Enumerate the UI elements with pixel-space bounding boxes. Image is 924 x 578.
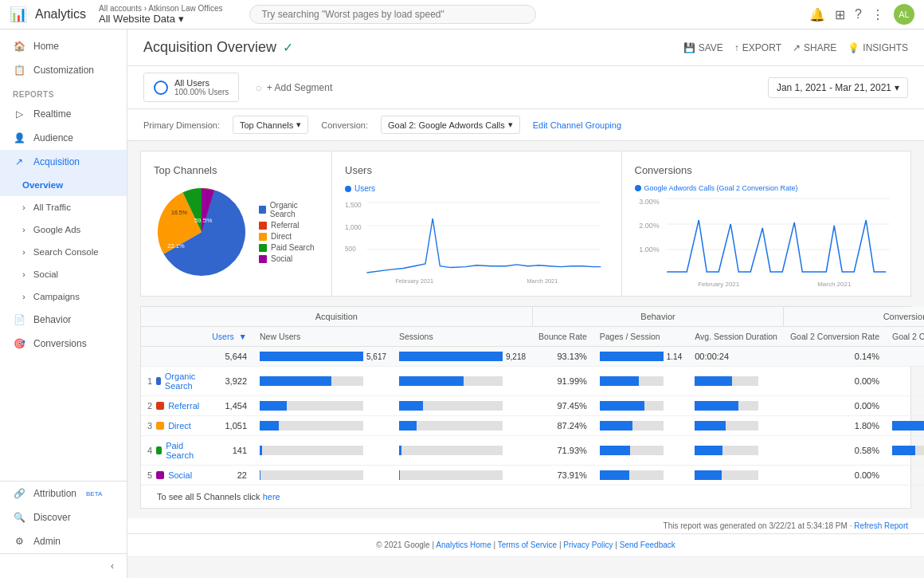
avg-session-cell [688,396,784,416]
sidebar-item-search-console[interactable]: › Search Console [0,241,127,263]
col-sessions[interactable]: Sessions [393,327,532,347]
goal2-rate-cell: 0.00% [784,466,886,486]
sidebar-item-all-traffic[interactable]: › All Traffic [0,196,127,218]
sessions-cell [393,436,532,466]
save-button[interactable]: 💾 SAVE [683,42,723,53]
pages-session-cell [593,396,688,416]
date-range-picker[interactable]: Jan 1, 2021 - Mar 21, 2021 ▾ [768,77,908,98]
beta-badge: BETA [86,490,102,497]
svg-text:March 2021: March 2021 [817,281,852,288]
svg-text:16.5%: 16.5% [171,210,187,215]
sidebar-label-realtime: Realtime [33,108,71,120]
edit-channel-grouping-link[interactable]: Edit Channel Grouping [533,120,621,130]
page-title: Acquisition Overview [143,39,276,56]
channel-link-referral[interactable]: 2 Referral [147,401,199,411]
conversion-select[interactable]: Goal 2: Google Adwords Calls ▾ [381,116,520,134]
property-selector[interactable]: All Website Data ▾ [99,13,225,25]
channel-cell: 2 Referral [141,396,206,416]
sidebar-item-attribution[interactable]: 🔗 Attribution BETA [0,482,127,505]
save-icon: 💾 [683,42,695,53]
sidebar-item-discover[interactable]: 🔍 Discover [0,505,127,529]
sidebar-item-acquisition[interactable]: ↗ Acquisition [0,150,127,174]
total-goal2-completion: 13 [886,347,924,367]
main-layout: 🏠 Home 📋 Customization REPORTS ▷ Realtim… [0,29,924,578]
export-button[interactable]: ↑ EXPORT [734,42,781,53]
avg-session-cell [688,466,784,486]
channel-link-organic-search[interactable]: 1 Organic Search [147,372,199,391]
sessions-cell [393,367,532,396]
audience-icon: 👤 [13,132,25,144]
col-channel[interactable] [141,327,206,347]
avatar[interactable]: AL [894,4,914,25]
sidebar-item-audience[interactable]: 👤 Audience [0,126,127,150]
bell-icon[interactable]: 🔔 [809,7,825,22]
svg-text:22.1%: 22.1% [167,242,185,250]
all-users-segment[interactable]: All Users 100.00% Users [143,73,239,102]
col-avg-session[interactable]: Avg. Session Duration [688,327,784,347]
page-title-area: Acquisition Overview ✓ [143,39,293,56]
sidebar-label-search-console: Search Console [33,247,99,257]
behavior-icon: 📄 [13,314,25,325]
see-all-link[interactable]: here [263,492,280,501]
legend-referral: Referral [259,221,319,230]
goal2-rate-cell: 0.00% [784,367,886,396]
table-row: 1 Organic Search 3,92291.99%0.00% [141,367,924,396]
goal2-completion-cell [886,466,924,486]
sidebar-item-google-ads[interactable]: › Google Ads [0,218,127,241]
help-icon[interactable]: ? [855,7,862,22]
add-segment-button[interactable]: ○ + Add Segment [255,81,332,94]
sidebar-item-behavior[interactable]: 📄 Behavior [0,308,127,332]
primary-dimension-select[interactable]: Top Channels ▾ [233,116,308,134]
all-users-label: All Users [174,78,229,88]
refresh-report-link[interactable]: Refresh Report [854,521,908,530]
analytics-home-link[interactable]: Analytics Home [436,541,491,549]
sidebar-label-admin: Admin [33,536,61,547]
legend-direct: Direct [259,232,319,241]
sidebar-item-admin[interactable]: ⚙ Admin [0,529,127,553]
total-sessions: 9,218 [393,347,532,367]
more-icon[interactable]: ⋮ [871,7,884,22]
col-pages-session[interactable]: Pages / Session [593,327,688,347]
conversions-dot [635,185,641,191]
col-users[interactable]: Users ▼ [206,327,253,347]
users-chart-title: Users [345,164,609,176]
sidebar-item-customization[interactable]: 📋 Customization [0,58,127,82]
channel-link-paid-search[interactable]: 4 Paid Search [147,441,199,460]
total-users: 5,644 [206,347,253,367]
sidebar-item-social[interactable]: › Social [0,263,127,285]
privacy-link[interactable]: Privacy Policy [563,541,613,549]
share-button[interactable]: ↗ SHARE [793,42,836,53]
referral-dot [259,222,267,230]
col-goal2-completion[interactable]: Goal 2 Completion [886,327,924,347]
sidebar-label-acquisition: Acquisition [33,156,80,167]
tos-link[interactable]: Terms of Service [498,541,557,549]
sidebar-label-attribution: Attribution [33,488,76,499]
attribution-icon: 🔗 [13,488,25,499]
sidebar-item-overview[interactable]: Overview [0,174,127,196]
realtime-icon: ▷ [13,108,25,120]
sidebar-collapse-button[interactable]: ‹ [0,553,127,578]
users-cell: 22 [206,466,253,486]
channel-link-social[interactable]: 5 Social [147,470,199,480]
feedback-link[interactable]: Send Feedback [620,541,675,549]
sidebar-item-conversions[interactable]: 🎯 Conversions [0,332,127,356]
col-new-users[interactable]: New Users [253,327,393,347]
channel-link-direct[interactable]: 3 Direct [147,421,199,431]
insights-button[interactable]: 💡 INSIGHTS [848,42,908,53]
grid-icon[interactable]: ⊞ [835,7,845,22]
footer-report: This report was generated on 3/22/21 at … [127,518,924,533]
svg-text:2.00%: 2.00% [639,222,660,230]
sidebar-item-realtime[interactable]: ▷ Realtime [0,102,127,126]
total-bounce-rate: 93.13% [532,347,593,367]
customization-icon: 📋 [13,65,25,76]
search-input[interactable] [249,5,536,24]
sidebar-item-home[interactable]: 🏠 Home [0,34,127,58]
sidebar-item-campaigns[interactable]: › Campaigns [0,285,127,308]
col-goal2-rate[interactable]: Goal 2 Conversion Rate [784,327,886,347]
chevron-right-icon: › [22,225,25,234]
all-users-pct: 100.00% Users [174,88,229,96]
sidebar-label-social: Social [33,269,58,279]
see-all-text: To see all 5 Channels click here [141,486,910,508]
new-users-cell [253,466,393,486]
col-bounce-rate[interactable]: Bounce Rate [532,327,593,347]
